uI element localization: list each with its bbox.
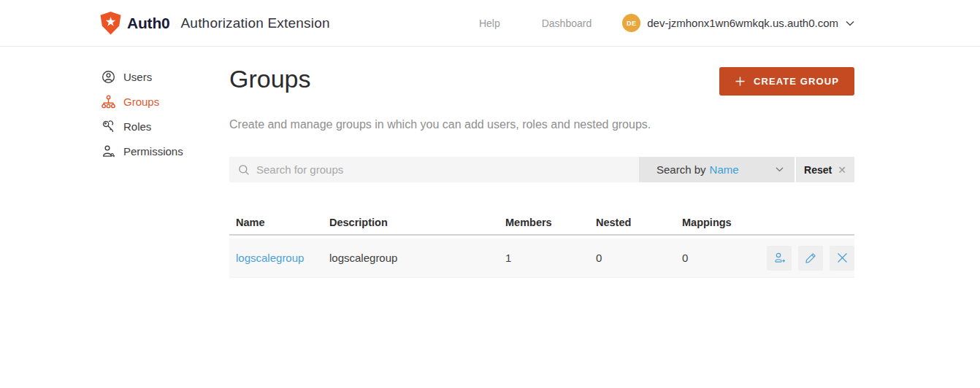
group-nested-cell: 0 — [596, 252, 682, 264]
help-link[interactable]: Help — [479, 18, 500, 29]
sidebar-item-label: Users — [123, 71, 152, 83]
sidebar-item-roles[interactable]: Roles — [102, 114, 222, 139]
create-group-button[interactable]: CREATE GROUP — [719, 67, 854, 96]
sidebar-item-groups[interactable]: Groups — [102, 89, 222, 114]
group-description-cell: logscalegroup — [329, 252, 505, 264]
delete-icon — [836, 252, 849, 264]
column-header-description: Description — [329, 217, 505, 228]
main-content: Groups CREATE GROUP Create and manage gr… — [229, 64, 854, 370]
reset-button[interactable]: Reset ✕ — [796, 157, 854, 182]
table-row: logscalegroup logscalegroup 1 0 0 — [229, 238, 854, 278]
page-title: Groups — [229, 64, 311, 93]
table-header: Name Description Members Nested Mappings — [229, 210, 854, 234]
search-by-value: Name — [710, 163, 739, 176]
chevron-down-icon — [776, 167, 784, 172]
add-member-icon — [773, 252, 786, 264]
search-row: Search by Name Reset ✕ — [229, 157, 854, 182]
page: Auth0 Authorization Extension Help Dashb… — [0, 0, 980, 388]
search-by-label: Search by — [656, 163, 706, 176]
dashboard-link[interactable]: Dashboard — [542, 18, 592, 29]
column-header-name: Name — [236, 217, 329, 228]
avatar: DE — [622, 14, 640, 32]
sidebar-item-label: Permissions — [123, 145, 183, 158]
sidebar-item-users[interactable]: Users — [102, 64, 222, 89]
plus-icon — [735, 76, 746, 87]
close-icon: ✕ — [838, 164, 846, 176]
groups-icon — [102, 95, 115, 109]
chevron-down-icon — [846, 20, 854, 26]
sidebar-item-label: Roles — [123, 120, 151, 133]
users-icon — [102, 70, 115, 84]
search-icon — [238, 164, 250, 176]
roles-icon — [102, 120, 115, 133]
edit-group-button[interactable] — [798, 246, 823, 271]
column-header-mappings: Mappings — [682, 217, 767, 228]
add-member-button[interactable] — [767, 246, 792, 271]
column-header-members: Members — [505, 217, 596, 228]
header-nav: Help Dashboard DE dev-jzmhonx1wn6wmkqk.u… — [479, 14, 854, 32]
search-box — [229, 157, 639, 182]
create-group-label: CREATE GROUP — [754, 76, 839, 87]
page-description: Create and manage groups in which you ca… — [229, 118, 651, 131]
sidebar: Users Groups — [102, 64, 222, 163]
tenant-name: dev-jzmhonx1wn6wmkqk.us.auth0.com — [647, 17, 838, 29]
app-title: Authorization Extension — [181, 15, 330, 31]
permissions-icon — [102, 144, 115, 158]
group-members-cell: 1 — [505, 252, 596, 264]
row-actions — [767, 246, 854, 271]
app-header: Auth0 Authorization Extension Help Dashb… — [0, 0, 980, 47]
brand-name: Auth0 — [127, 15, 170, 32]
column-header-nested: Nested — [596, 217, 682, 228]
brand: Auth0 Authorization Extension — [100, 12, 330, 35]
tenant-menu[interactable]: DE dev-jzmhonx1wn6wmkqk.us.auth0.com — [622, 14, 854, 32]
edit-icon — [805, 252, 816, 264]
group-name-link[interactable]: logscalegroup — [236, 252, 304, 264]
search-by-dropdown[interactable]: Search by Name — [639, 157, 795, 182]
table-header-divider — [229, 234, 854, 236]
sidebar-item-label: Groups — [123, 96, 159, 108]
sidebar-item-permissions[interactable]: Permissions — [102, 139, 222, 163]
auth0-logo-icon — [100, 12, 121, 35]
groups-table: Name Description Members Nested Mappings… — [229, 210, 854, 278]
delete-group-button[interactable] — [830, 246, 854, 271]
search-input[interactable] — [256, 163, 639, 176]
reset-label: Reset — [804, 164, 832, 176]
group-mappings-cell: 0 — [682, 252, 767, 264]
